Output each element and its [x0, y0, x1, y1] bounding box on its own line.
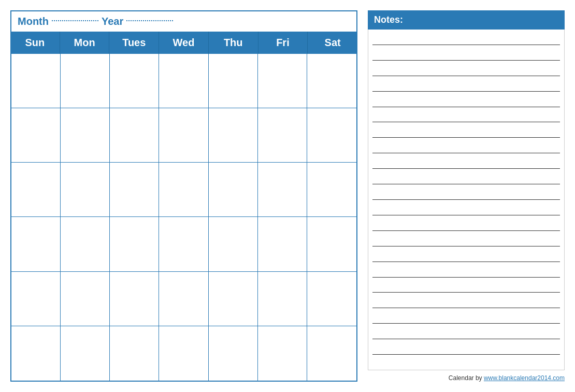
table-row [307, 217, 356, 271]
table-row [110, 272, 159, 326]
notes-line [372, 246, 560, 262]
day-header-wed: Wed [159, 32, 209, 54]
footer: Calendar by www.blankcalendar2014.com [368, 374, 565, 382]
table-row [61, 272, 110, 326]
table-row [110, 163, 159, 217]
table-row [258, 163, 307, 217]
table-row [307, 108, 356, 163]
table-row [110, 217, 159, 271]
day-headers-row: Sun Mon Tues Wed Thu Fri Sat [10, 32, 357, 54]
table-row [11, 217, 61, 271]
day-header-tues: Tues [109, 32, 159, 54]
notes-line [372, 45, 560, 61]
notes-line [372, 215, 560, 231]
notes-line [372, 200, 560, 215]
day-header-thu: Thu [209, 32, 258, 54]
notes-line [372, 30, 560, 45]
month-label: Month [18, 16, 49, 27]
notes-line [372, 169, 560, 184]
notes-line [372, 76, 560, 92]
table-row [11, 272, 61, 326]
table-row [307, 272, 356, 326]
notes-line [372, 138, 560, 153]
table-row [209, 217, 258, 271]
notes-line [372, 231, 560, 246]
table-row [159, 326, 208, 381]
notes-section: Notes: Calendar by www.blankcalendar2014… [368, 10, 565, 382]
calendar-grid [10, 54, 357, 382]
notes-line [372, 184, 560, 200]
day-header-mon: Mon [60, 32, 110, 54]
table-row [307, 163, 356, 217]
footer-link[interactable]: www.blankcalendar2014.com [484, 374, 565, 382]
table-row [209, 272, 258, 326]
table-row [61, 326, 110, 381]
year-label: Year [102, 16, 123, 27]
table-row [209, 108, 258, 163]
table-row [110, 108, 159, 163]
table-row [11, 108, 61, 163]
year-dots [126, 20, 173, 21]
notes-line [372, 278, 560, 293]
day-header-sun: Sun [10, 32, 60, 54]
day-header-fri: Fri [258, 32, 308, 54]
table-row [258, 326, 307, 381]
notes-header: Notes: [368, 10, 565, 30]
table-row [159, 272, 208, 326]
table-row [61, 108, 110, 163]
notes-line [372, 107, 560, 123]
table-row [209, 163, 258, 217]
table-row [209, 326, 258, 381]
table-row [11, 326, 61, 381]
notes-lines [368, 30, 565, 370]
table-row [61, 54, 110, 108]
footer-prefix: Calendar by [449, 374, 484, 382]
table-row [258, 108, 307, 163]
table-row [159, 54, 208, 108]
table-row [110, 326, 159, 381]
table-row [258, 54, 307, 108]
calendar-section: Month Year Sun Mon Tues Wed Thu Fri Sat [10, 10, 357, 382]
table-row [159, 217, 208, 271]
table-row [258, 217, 307, 271]
notes-line [372, 324, 560, 339]
notes-line [372, 339, 560, 355]
table-row [61, 163, 110, 217]
notes-line [372, 355, 560, 370]
notes-line [372, 262, 560, 278]
table-row [307, 326, 356, 381]
table-row [11, 163, 61, 217]
notes-line [372, 293, 560, 308]
notes-line [372, 153, 560, 169]
notes-line [372, 122, 560, 138]
table-row [11, 54, 61, 108]
table-row [209, 54, 258, 108]
table-row [61, 217, 110, 271]
table-row [258, 272, 307, 326]
table-row [159, 163, 208, 217]
table-row [307, 54, 356, 108]
day-header-sat: Sat [308, 32, 357, 54]
notes-line [372, 92, 560, 107]
month-year-header: Month Year [10, 10, 357, 32]
notes-line [372, 61, 560, 76]
table-row [110, 54, 159, 108]
month-dots [52, 20, 98, 21]
notes-line [372, 308, 560, 324]
table-row [159, 108, 208, 163]
